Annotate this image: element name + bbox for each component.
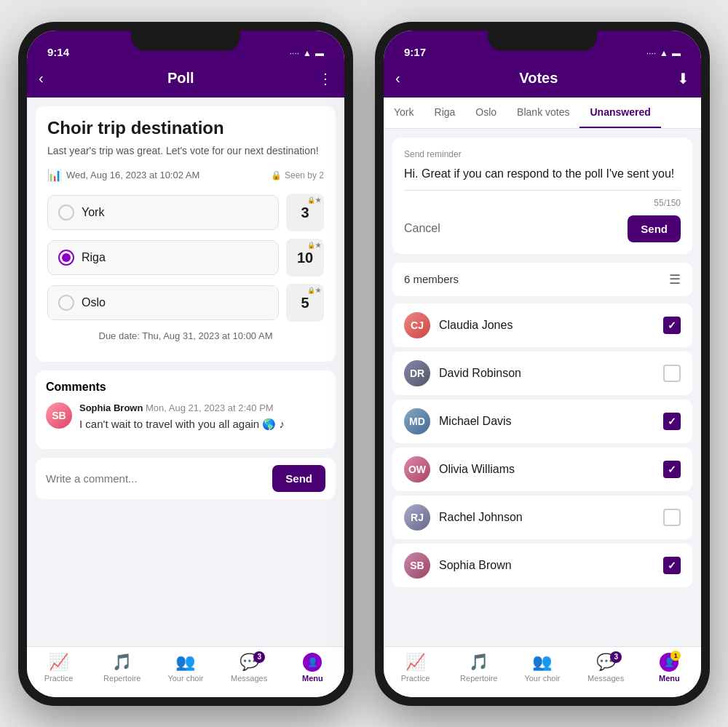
choir-icon: 👥 — [175, 653, 195, 672]
lock-star-york: 🔒★ — [307, 196, 321, 204]
menu-avatar: 👤 — [303, 653, 322, 672]
votes-nav-choir-label: Your choir — [524, 674, 560, 683]
send-comment-button[interactable]: Send — [272, 465, 325, 492]
more-options-button[interactable]: ⋮ — [318, 70, 333, 87]
votes-practice-icon: 📈 — [405, 653, 425, 672]
reminder-label: Send reminder — [404, 149, 681, 159]
nav-choir-label: Your choir — [167, 674, 203, 683]
poll-header-title: Poll — [167, 70, 194, 87]
checkbox-claudia[interactable]: ✓ — [663, 317, 681, 334]
votes-nav-practice-label: Practice — [401, 674, 430, 683]
comments-section: Comments SB Sophia Brown Mon, Aug 21, 20… — [36, 370, 336, 449]
comment-meta: Sophia Brown Mon, Aug 21, 2023 at 2:40 P… — [79, 402, 325, 413]
member-sophia: SB Sophia Brown ✓ — [392, 544, 692, 587]
repertoire-icon: 🎵 — [112, 653, 132, 672]
nav-practice-label: Practice — [44, 674, 74, 683]
comment-item: SB Sophia Brown Mon, Aug 21, 2023 at 2:4… — [46, 402, 325, 432]
comment-input[interactable] — [46, 472, 265, 485]
member-name-david: David Robinson — [439, 367, 654, 380]
lock-icon: 🔒 — [271, 170, 282, 180]
votes-header: ‹ Votes ⬇ — [384, 63, 701, 98]
member-michael: MD Michael Davis ✓ — [392, 400, 692, 443]
nav-messages-label: Messages — [231, 674, 267, 683]
tab-oslo[interactable]: Oslo — [465, 98, 507, 128]
radio-riga[interactable] — [58, 250, 74, 266]
votes-nav-repertoire-label: Repertoire — [460, 674, 497, 683]
chart-icon: 📊 — [47, 168, 62, 182]
back-button[interactable]: ‹ — [39, 70, 44, 87]
votes-status-time: 9:17 — [404, 46, 426, 58]
york-vote-count: 🔒★ 3 — [286, 194, 324, 231]
wifi-icon: ▲ — [303, 48, 312, 58]
riga-vote-count: 🔒★ 10 — [286, 239, 324, 277]
seen-count: Seen by 2 — [285, 170, 324, 180]
battery-icon2: ▬ — [672, 48, 681, 58]
poll-description: Last year's trip was great. Let's vote f… — [47, 144, 324, 159]
tab-riga[interactable]: Riga — [424, 98, 466, 128]
nav-messages[interactable]: 💬 3 Messages — [227, 653, 271, 683]
votes-nav-messages-label: Messages — [587, 674, 624, 683]
comment-body: Sophia Brown Mon, Aug 21, 2023 at 2:40 P… — [79, 402, 325, 432]
member-name-olivia: Olivia Williams — [439, 463, 654, 476]
votes-scroll-content: Send reminder Hi. Great if you can respo… — [384, 129, 701, 646]
send-reminder-button[interactable]: Send — [628, 215, 681, 242]
checkbox-olivia[interactable]: ✓ — [663, 461, 681, 478]
checkmark-claudia: ✓ — [668, 319, 676, 331]
avatar-olivia: OW — [404, 456, 430, 482]
poll-scroll-content: Choir trip destination Last year's trip … — [27, 98, 344, 646]
battery-icon: ▬ — [315, 48, 324, 58]
option-oslo-row: Oslo 🔒★ 5 — [47, 284, 324, 322]
member-olivia: OW Olivia Williams ✓ — [392, 448, 692, 491]
checkbox-michael[interactable]: ✓ — [663, 413, 681, 430]
votes-nav-messages[interactable]: 💬 3 Messages — [584, 653, 628, 683]
option-york-row: York 🔒★ 3 — [47, 194, 324, 231]
radio-oslo[interactable] — [58, 295, 74, 311]
radio-riga-inner — [62, 253, 71, 262]
avatar-michael: MD — [404, 408, 430, 434]
status-time: 9:14 — [47, 46, 69, 58]
poll-date-row: 📊 Wed, Aug 16, 2023 at 10:02 AM — [47, 168, 199, 182]
checkbox-david[interactable] — [663, 365, 681, 382]
option-oslo[interactable]: Oslo — [47, 285, 279, 320]
members-count-row: 6 members ☰ — [392, 263, 692, 296]
member-name-michael: Michael Davis — [439, 415, 654, 428]
notch2 — [488, 31, 597, 51]
signal-icon: ···· — [290, 48, 299, 58]
nav-menu-label: Menu — [302, 674, 323, 683]
nav-repertoire[interactable]: 🎵 Repertoire — [100, 653, 144, 683]
nav-menu[interactable]: 👤 Menu — [290, 653, 334, 683]
radio-york[interactable] — [58, 204, 74, 221]
download-button[interactable]: ⬇ — [677, 70, 689, 87]
member-rachel: RJ Rachel Johnson — [392, 496, 692, 539]
nav-practice[interactable]: 📈 Practice — [37, 653, 81, 683]
nav-your-choir[interactable]: 👥 Your choir — [164, 653, 207, 683]
votes-nav-practice[interactable]: 📈 Practice — [394, 653, 438, 683]
poll-header: ‹ Poll ⋮ — [27, 63, 344, 98]
votes-bottom-nav: 📈 Practice 🎵 Repertoire 👥 Your choir 💬 3… — [384, 646, 701, 697]
option-riga[interactable]: Riga — [47, 240, 279, 275]
votes-nav-repertoire[interactable]: 🎵 Repertoire — [457, 653, 501, 683]
tab-york[interactable]: York — [384, 98, 424, 128]
signal-icon2: ···· — [646, 48, 656, 58]
option-york[interactable]: York — [47, 195, 279, 230]
lock-star-oslo: 🔒★ — [307, 287, 321, 294]
cancel-button[interactable]: Cancel — [404, 222, 440, 235]
votes-nav-menu[interactable]: 👤 1 Menu — [647, 653, 691, 683]
tab-unanswered[interactable]: Unanswered — [579, 98, 660, 128]
votes-repertoire-icon: 🎵 — [469, 653, 488, 672]
status-icons: ···· ▲ ▬ — [290, 48, 324, 58]
poll-date: Wed, Aug 16, 2023 at 10:02 AM — [66, 170, 199, 180]
list-view-icon[interactable]: ☰ — [669, 271, 681, 287]
checkbox-rachel[interactable] — [663, 509, 681, 526]
due-date: Due date: Thu, Aug 31, 2023 at 10:00 AM — [47, 330, 324, 341]
votes-back-button[interactable]: ‹ — [395, 70, 400, 87]
comment-avatar: SB — [46, 402, 72, 429]
phone-poll: 9:14 ···· ▲ ▬ ‹ Poll ⋮ Choir trip destin… — [18, 22, 353, 706]
votes-header-title: Votes — [519, 70, 558, 87]
nav-repertoire-label: Repertoire — [103, 674, 141, 683]
tab-blank-votes[interactable]: Blank votes — [507, 98, 579, 128]
checkbox-sophia[interactable]: ✓ — [663, 557, 681, 574]
member-name-claudia: Claudia Jones — [439, 319, 654, 332]
checkmark-olivia: ✓ — [668, 464, 676, 475]
votes-nav-choir[interactable]: 👥 Your choir — [521, 653, 564, 683]
